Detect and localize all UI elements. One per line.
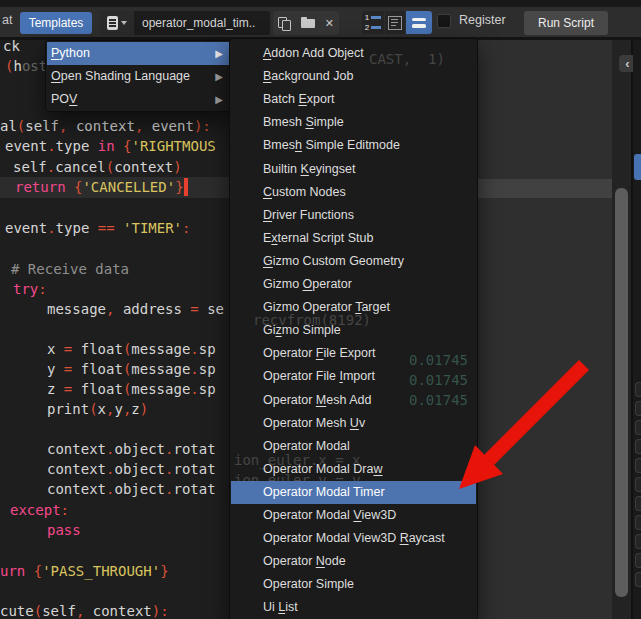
code-line: cute(self, context): xyxy=(0,601,169,619)
menu-item-gizmo-operator-target[interactable]: Gizmo Operator Target xyxy=(231,296,476,319)
right-editor-panel xyxy=(478,40,612,619)
menu-item-custom-nodes[interactable]: Custom Nodes xyxy=(231,181,476,204)
code-line: message, address = se xyxy=(47,299,224,319)
code-line: context.object.rotat xyxy=(47,479,216,499)
submenu-arrow-icon: ▶ xyxy=(215,42,223,65)
datablock-browse-button[interactable] xyxy=(100,11,134,35)
code-line: urn {'PASS_THROUGH'} xyxy=(0,561,169,581)
scrollbar-thumb[interactable] xyxy=(615,188,628,597)
code-line: event.type in {'RIGHTMOUS xyxy=(5,136,216,156)
datablock-action-group: ✕ xyxy=(273,11,339,35)
text-datablock-selector[interactable]: operator_modal_tim.. xyxy=(100,11,270,35)
menu-item-python[interactable]: Python▶ xyxy=(47,42,231,65)
line-numbers-toggle[interactable]: 1 2 xyxy=(362,11,384,34)
clipped-tab-stub xyxy=(635,534,641,549)
code-line: x = float(message.sp xyxy=(47,339,216,359)
word-wrap-toggle[interactable] xyxy=(385,11,405,34)
menu-item-bmesh-simple-editmode[interactable]: Bmesh Simple Editmode xyxy=(231,134,476,157)
menu-item-operator-mesh-uv[interactable]: Operator Mesh Uv xyxy=(231,412,476,435)
text-cursor xyxy=(184,178,188,196)
menu-item-label: Operator File Export xyxy=(263,342,376,365)
menu-item-operator-file-export[interactable]: Operator File Export xyxy=(231,342,476,365)
code-line: self.cancel(context) xyxy=(13,157,182,177)
python-templates-menu: Addon Add ObjectBackground JobBatch Expo… xyxy=(229,38,478,619)
code-line: ck xyxy=(3,36,20,56)
menu-item-label: POV xyxy=(51,88,77,111)
word-wrap-icon xyxy=(388,16,402,30)
menu-item-addon-add-object[interactable]: Addon Add Object xyxy=(231,42,476,65)
templates-menu-button[interactable]: Templates xyxy=(20,12,92,34)
menu-item-gizmo-custom-geometry[interactable]: Gizmo Custom Geometry xyxy=(231,250,476,273)
menu-item-external-script-stub[interactable]: External Script Stub xyxy=(231,227,476,250)
menu-item-gizmo-simple[interactable]: Gizmo Simple xyxy=(231,319,476,342)
menu-item-label: External Script Stub xyxy=(263,227,373,250)
menu-item-driver-functions[interactable]: Driver Functions xyxy=(231,204,476,227)
clipped-header-text: at xyxy=(2,13,12,27)
menu-item-operator-modal-view3d-raycast[interactable]: Operator Modal View3D Raycast xyxy=(231,527,476,550)
code-line: context.object.rotat xyxy=(47,459,216,479)
clipped-tab-stub xyxy=(635,515,641,530)
menu-item-operator-simple[interactable]: Operator Simple xyxy=(231,573,476,596)
menu-item-label: Gizmo Operator Target xyxy=(263,296,390,319)
menu-item-ui-list[interactable]: Ui List xyxy=(231,596,476,619)
code-line: context.object.rotat xyxy=(47,439,216,459)
top-strip xyxy=(0,0,641,7)
menu-item-background-job[interactable]: Background Job xyxy=(231,65,476,88)
menu-item-label: Driver Functions xyxy=(263,204,354,227)
menu-item-label: Operator Mesh Uv xyxy=(263,412,365,435)
clipped-tab-stub xyxy=(635,477,641,492)
clipped-tab-stub xyxy=(635,382,641,397)
line-numbers-icon: 1 2 xyxy=(365,14,381,32)
menu-item-label: Operator Modal Timer xyxy=(263,481,385,504)
menu-item-operator-mesh-add[interactable]: Operator Mesh Add xyxy=(231,389,476,412)
menu-item-label: Operator Modal View3D Raycast xyxy=(263,527,445,550)
menu-item-label: Gizmo Custom Geometry xyxy=(263,250,404,273)
menu-item-operator-modal-timer[interactable]: Operator Modal Timer xyxy=(231,481,476,504)
menu-item-label: Operator Modal Draw xyxy=(263,458,383,481)
menu-item-builtin-keyingset[interactable]: Builtin Keyingset xyxy=(231,158,476,181)
code-line: pass xyxy=(47,520,81,540)
menu-item-pov[interactable]: POV▶ xyxy=(47,88,231,111)
run-script-button[interactable]: Run Script xyxy=(524,11,608,35)
right-panel-line-highlight xyxy=(478,179,612,198)
clipped-tab-stub xyxy=(635,401,641,416)
code-line: except: xyxy=(10,500,69,520)
menu-item-batch-export[interactable]: Batch Export xyxy=(231,88,476,111)
menu-item-label: Python xyxy=(51,42,90,65)
clipped-tab-stub xyxy=(635,553,641,568)
menu-item-operator-node[interactable]: Operator Node xyxy=(231,550,476,573)
menu-item-label: Bmesh Simple Editmode xyxy=(263,134,400,157)
clipped-tab-stub xyxy=(635,420,641,435)
menu-item-label: Operator Simple xyxy=(263,573,354,596)
menu-item-open-shading-language[interactable]: Open Shading Language▶ xyxy=(47,65,231,88)
menu-item-operator-modal[interactable]: Operator Modal xyxy=(231,435,476,458)
blender-text-editor: at Templates operator_modal_tim.. ✕ 1 2 … xyxy=(0,0,641,619)
open-folder-icon[interactable] xyxy=(301,17,315,29)
clipped-tab-stub xyxy=(635,458,641,473)
syntax-highlight-toggle[interactable] xyxy=(406,11,432,34)
datablock-name-field[interactable]: operator_modal_tim.. xyxy=(134,16,270,30)
menu-item-label: Operator Node xyxy=(263,550,346,573)
code-line: # Receive data xyxy=(11,259,129,279)
code-line: (host xyxy=(5,56,47,76)
menu-item-operator-modal-view3d[interactable]: Operator Modal View3D xyxy=(231,504,476,527)
menu-item-label: Operator Modal xyxy=(263,435,350,458)
code-line: y = float(message.sp xyxy=(47,359,216,379)
clipped-tab-stub xyxy=(635,496,641,511)
templates-type-submenu: Python▶Open Shading Language▶POV▶ xyxy=(45,40,233,112)
register-label: Register xyxy=(459,13,506,27)
clipped-tab-stub xyxy=(635,572,641,587)
menu-item-operator-file-import[interactable]: Operator File Import xyxy=(231,365,476,388)
menu-item-gizmo-operator[interactable]: Gizmo Operator xyxy=(231,273,476,296)
code-line: return {'CANCELLED'} xyxy=(15,177,184,197)
register-checkbox[interactable] xyxy=(437,14,451,28)
copy-new-icon[interactable] xyxy=(278,17,291,30)
menu-item-label: Operator File Import xyxy=(263,365,375,388)
dropdown-chevron-icon xyxy=(121,21,127,25)
menu-item-bmesh-simple[interactable]: Bmesh Simple xyxy=(231,111,476,134)
unlink-x-icon[interactable]: ✕ xyxy=(325,18,334,29)
menu-item-label: Bmesh Simple xyxy=(263,111,344,134)
code-line: try: xyxy=(13,279,47,299)
code-line: z = float(message.sp xyxy=(47,379,216,399)
menu-item-operator-modal-draw[interactable]: Operator Modal Draw xyxy=(231,458,476,481)
